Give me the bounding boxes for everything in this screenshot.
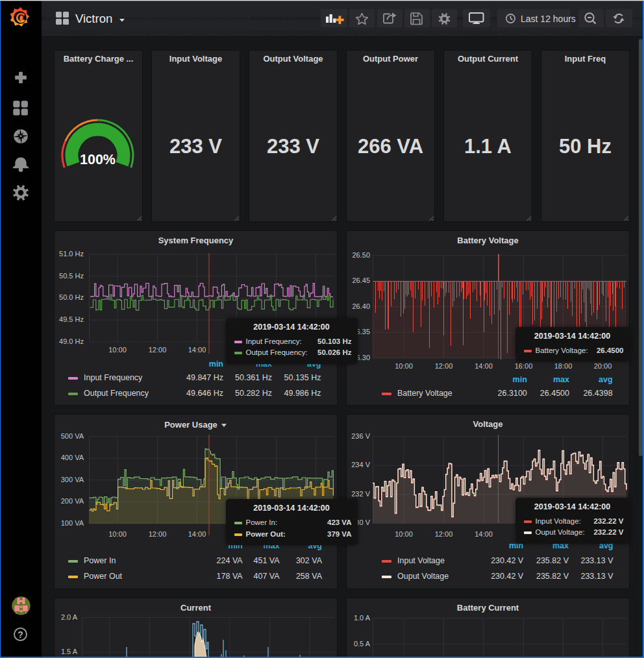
svg-text:100%: 100% bbox=[80, 152, 116, 167]
